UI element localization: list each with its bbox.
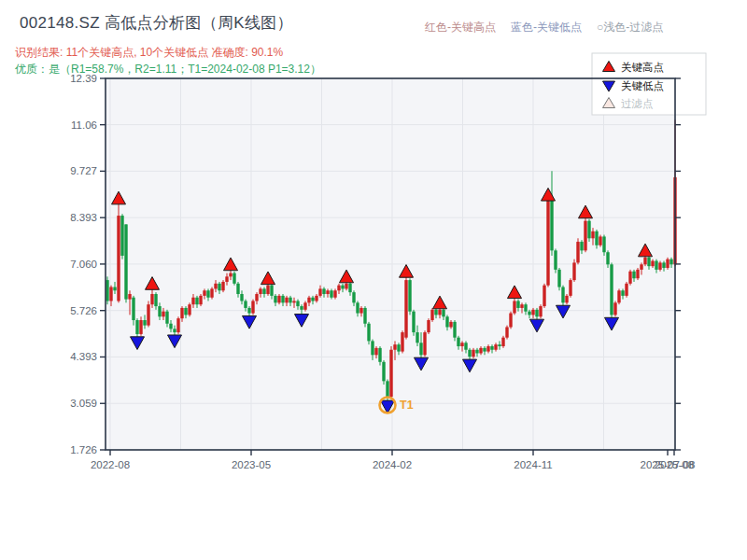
candle-body <box>255 294 258 301</box>
candle-body <box>483 348 486 352</box>
candle-body <box>315 296 317 301</box>
candle-body <box>457 338 459 346</box>
candle-body <box>557 270 560 287</box>
t1-label: T1 <box>400 399 414 412</box>
y-tick-label: 8.393 <box>70 212 97 223</box>
candle-body <box>449 322 452 328</box>
candle-body <box>434 310 437 315</box>
candle-body <box>651 261 654 267</box>
candle-body <box>270 286 273 296</box>
candle-body <box>509 314 512 328</box>
candle-body <box>333 290 336 297</box>
quality-result-text: 优质：是（R1=58.7%，R2=1.11；T1=2024-02-08 P1=3… <box>15 62 321 77</box>
candle-body <box>124 224 127 299</box>
candle-body <box>460 343 463 346</box>
candle-body <box>374 348 377 355</box>
candle-body <box>628 272 631 284</box>
candle-body <box>494 344 497 350</box>
candle-body <box>285 298 288 303</box>
candle-body <box>539 306 542 316</box>
candle-body <box>180 308 183 318</box>
candle-body <box>442 310 444 316</box>
x-tick-label: 2023-05 <box>232 459 271 470</box>
candle-body <box>498 344 500 346</box>
candle-body <box>289 298 291 303</box>
candle-body <box>475 350 478 354</box>
candle-body <box>416 332 418 343</box>
candle-body <box>356 302 359 313</box>
candle-body <box>210 288 213 297</box>
candle-body <box>621 290 624 296</box>
candle-body <box>337 286 340 291</box>
candle-body <box>229 273 232 277</box>
candle-body <box>453 322 456 338</box>
candle-body <box>520 304 523 308</box>
candle-body <box>206 290 209 297</box>
candle-body <box>307 298 310 303</box>
candle-body <box>636 270 639 278</box>
candle-body <box>565 296 568 302</box>
candle-body <box>513 301 515 313</box>
candle-body <box>165 312 168 324</box>
candle-body <box>117 216 120 301</box>
header-legend-key-low: 蓝色-关键低点 <box>511 20 582 35</box>
candle-body <box>233 273 235 284</box>
candle-body <box>397 344 400 351</box>
candle-body <box>244 301 247 307</box>
candle-body <box>173 329 176 332</box>
candle-body <box>591 231 594 238</box>
candle-body <box>386 381 388 397</box>
candle-body <box>345 284 347 289</box>
candle-body <box>139 320 142 334</box>
candle-body <box>300 306 303 310</box>
candle-body <box>666 259 669 268</box>
candle-body <box>341 286 344 289</box>
candle-body <box>184 308 187 315</box>
candle-body <box>188 304 190 315</box>
candle-body <box>203 290 205 296</box>
y-tick-label: 5.726 <box>70 305 97 316</box>
x-tick-label: 2024-11 <box>514 459 552 470</box>
candle-body <box>266 286 269 294</box>
x-end-date-label: 2025-07-08 <box>641 459 696 470</box>
candle-body <box>169 324 172 329</box>
candle-body <box>445 316 448 327</box>
candle-body <box>322 288 325 294</box>
candle-body <box>580 242 583 250</box>
candle-body <box>199 296 202 304</box>
candle-body <box>528 312 530 315</box>
candle-body <box>158 306 161 316</box>
y-tick-label: 11.06 <box>71 119 97 131</box>
candle-body <box>468 350 471 357</box>
candle-body <box>363 308 366 324</box>
candle-body <box>669 259 672 265</box>
candle-body <box>251 301 254 313</box>
candle-body <box>106 280 108 301</box>
candle-body <box>109 287 112 301</box>
candle-body <box>401 332 403 352</box>
candle-body <box>277 296 280 302</box>
candle-body <box>516 301 519 307</box>
legend-item-label: 过滤点 <box>621 98 654 109</box>
candle-body <box>352 292 355 302</box>
header-legend-filtered: ○浅色-过滤点 <box>597 20 663 35</box>
candle-body <box>404 280 407 338</box>
candle-body <box>378 348 381 362</box>
candle-body <box>587 221 590 239</box>
candle-body <box>371 341 374 355</box>
candle-body <box>640 264 642 270</box>
candle-body <box>423 332 426 355</box>
screenshot-root: 关键高点关键低点过滤点T112.3911.069.7278.3937.0605.… <box>0 0 747 560</box>
candle-body <box>359 308 362 314</box>
candle-body <box>599 236 601 245</box>
candle-body <box>135 320 138 334</box>
candle-body <box>176 318 179 332</box>
y-tick-label: 1.726 <box>70 444 97 455</box>
y-tick-label: 9.727 <box>70 165 97 176</box>
header-legend-key-high: 红色-关键高点 <box>425 20 496 35</box>
y-tick-label: 3.059 <box>70 398 97 409</box>
candle-body <box>143 320 146 326</box>
recognition-result-text: 识别结果: 11个关键高点, 10个关键低点 准确度: 90.1% <box>15 45 283 61</box>
candle-body <box>505 327 508 337</box>
candle-body <box>427 320 430 332</box>
